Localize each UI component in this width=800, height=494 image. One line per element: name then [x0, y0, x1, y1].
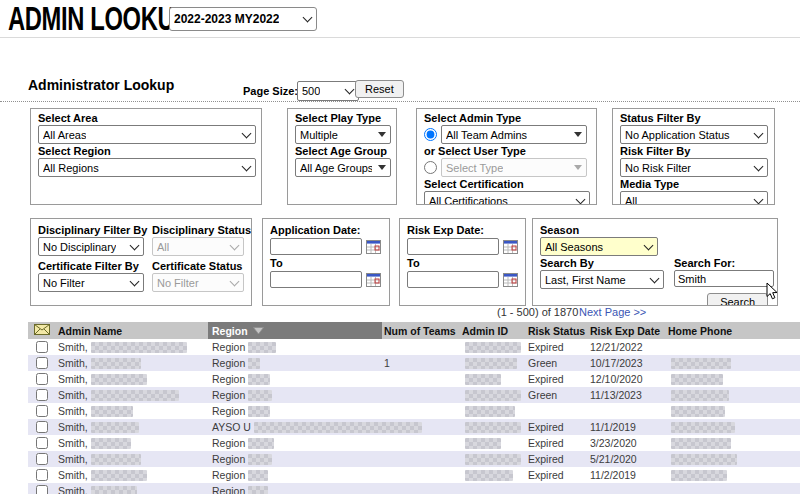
- search-by-label: Search By: [540, 257, 672, 270]
- redacted-region: [248, 358, 260, 369]
- admin-name-cell: Smith,: [56, 421, 208, 433]
- region-text: Region: [212, 437, 245, 449]
- disciplinary-status-select: All: [152, 237, 244, 256]
- redacted-name: [91, 374, 147, 385]
- application-date-to-input[interactable]: [270, 271, 362, 288]
- risk-filter-select[interactable]: No Risk Filter: [620, 158, 768, 177]
- search-for-input[interactable]: [674, 270, 774, 287]
- season-label: Season: [540, 224, 770, 237]
- risk-exp-cell: 11/13/2023: [590, 389, 668, 401]
- email-selected-header[interactable]: [28, 324, 56, 337]
- region-select[interactable]: All Regions: [38, 158, 256, 177]
- table-body: Smith,RegionExpired12/21/2022Smith,Regio…: [28, 339, 800, 494]
- region-text: Region: [212, 373, 245, 385]
- area-select[interactable]: All Areas: [38, 125, 256, 144]
- region-text: Region: [212, 485, 245, 494]
- certification-select[interactable]: All Certifications: [424, 191, 590, 205]
- region-text: Region: [212, 469, 245, 481]
- chevron-down-icon: [230, 276, 240, 286]
- certificate-filter-select[interactable]: No Filter: [38, 273, 144, 292]
- redacted-region: [254, 422, 422, 433]
- col-admin-id[interactable]: Admin ID: [462, 325, 528, 337]
- risk-exp-cell: 10/17/2023: [590, 357, 668, 369]
- risk-exp-from-input[interactable]: [407, 238, 499, 255]
- certificate-status-label: Certificate Status: [152, 260, 248, 273]
- calendar-icon[interactable]: [366, 273, 381, 287]
- row-checkbox[interactable]: [36, 485, 48, 494]
- home-phone-cell: [668, 406, 800, 417]
- area-label: Select Area: [38, 112, 254, 125]
- col-risk-exp-date[interactable]: Risk Exp Date: [590, 325, 668, 337]
- table-row: Smith,RegionGreen11/13/2023: [28, 387, 800, 403]
- calendar-icon[interactable]: [503, 240, 518, 254]
- season-select[interactable]: All Seasons: [540, 237, 658, 256]
- row-select-cell: [28, 389, 56, 401]
- calendar-icon[interactable]: [366, 240, 381, 254]
- search-button[interactable]: Search: [707, 293, 768, 306]
- row-checkbox[interactable]: [36, 357, 48, 369]
- row-checkbox[interactable]: [36, 341, 48, 353]
- chevron-down-icon: [130, 276, 140, 286]
- redacted-region: [248, 406, 270, 417]
- chevron-down-icon: [754, 161, 764, 171]
- risk-exp-cell: 5/21/2020: [590, 453, 668, 465]
- calendar-icon[interactable]: [503, 273, 518, 287]
- col-home-phone[interactable]: Home Phone: [668, 325, 800, 337]
- redacted-name: [91, 438, 131, 449]
- redacted-name: [91, 342, 187, 353]
- region-cell: Region: [208, 437, 382, 449]
- admin-name-cell: Smith,: [56, 389, 208, 401]
- redacted-region: [248, 342, 276, 353]
- admin-name-text: Smith,: [58, 453, 88, 465]
- row-checkbox[interactable]: [36, 389, 48, 401]
- next-page-link[interactable]: Next Page >>: [579, 306, 646, 318]
- row-checkbox[interactable]: [36, 437, 48, 449]
- triangle-down-icon: [378, 132, 386, 137]
- redacted-phone: [671, 406, 725, 417]
- select-value: 500: [302, 85, 320, 97]
- media-type-label: Media Type: [620, 178, 767, 191]
- row-checkbox[interactable]: [36, 405, 48, 417]
- chevron-down-icon: [130, 240, 140, 250]
- triangle-down-icon: [378, 165, 386, 170]
- admin-type-radio[interactable]: [424, 128, 437, 141]
- admin-type-select[interactable]: All Team Admins: [441, 125, 587, 144]
- select-value: All: [157, 241, 169, 253]
- admin-name-text: Smith,: [58, 421, 88, 433]
- page-size-select[interactable]: 500: [297, 81, 359, 101]
- row-checkbox[interactable]: [36, 469, 48, 481]
- region-cell: Region: [208, 453, 382, 465]
- admin-name-cell: Smith,: [56, 437, 208, 449]
- application-date-from-input[interactable]: [270, 238, 362, 255]
- admin-name-text: Smith,: [58, 389, 88, 401]
- select-value: No Risk Filter: [625, 162, 691, 174]
- table-row: Smith,RegionExpired5/21/2020: [28, 451, 800, 467]
- certificate-status-select: No Filter: [152, 273, 244, 292]
- home-phone-cell: [668, 390, 800, 401]
- row-checkbox[interactable]: [36, 373, 48, 385]
- select-value: No Filter: [43, 277, 85, 289]
- chevron-down-icon: [242, 161, 252, 171]
- user-type-radio[interactable]: [424, 161, 437, 174]
- col-admin-name[interactable]: Admin Name: [56, 325, 208, 337]
- certificate-filter-label: Certificate Filter By: [38, 260, 150, 273]
- row-checkbox[interactable]: [36, 453, 48, 465]
- select-value: All Areas: [43, 129, 86, 141]
- play-type-select[interactable]: Multiple: [295, 125, 391, 144]
- search-by-select[interactable]: Last, First Name: [540, 270, 664, 289]
- col-risk-status[interactable]: Risk Status: [528, 325, 590, 337]
- status-filter-select[interactable]: No Application Status: [620, 125, 768, 144]
- membership-year-select[interactable]: 2022-2023 MY2022: [169, 7, 317, 31]
- admin-name-text: Smith,: [58, 357, 88, 369]
- admin-id-cell: [462, 454, 528, 465]
- risk-exp-to-input[interactable]: [407, 271, 499, 288]
- disciplinary-filter-select[interactable]: No Disciplinary: [38, 237, 144, 256]
- redacted-phone: [671, 422, 735, 433]
- col-num-teams[interactable]: Num of Teams: [382, 325, 462, 337]
- admin-name-cell: Smith,: [56, 405, 208, 417]
- col-region[interactable]: Region: [208, 322, 382, 339]
- row-checkbox[interactable]: [36, 421, 48, 433]
- reset-button[interactable]: Reset: [355, 80, 404, 98]
- age-group-select[interactable]: All Age Groups: [295, 158, 391, 177]
- media-type-select[interactable]: All: [620, 191, 768, 205]
